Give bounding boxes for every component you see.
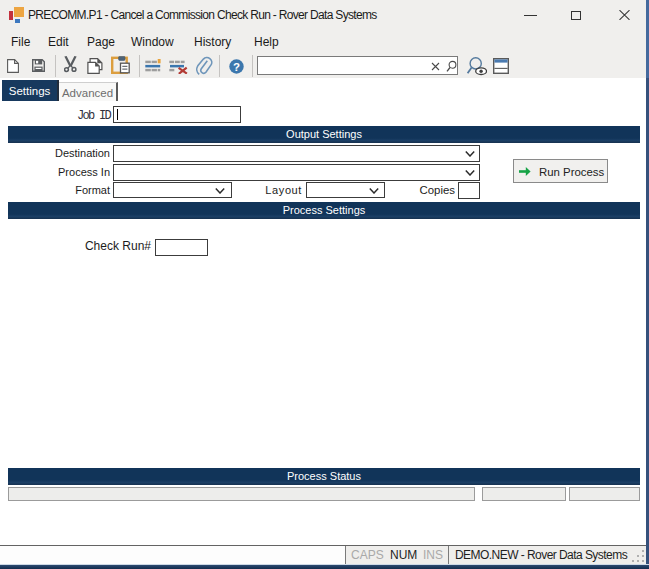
svg-text:?: ? [233,61,240,73]
